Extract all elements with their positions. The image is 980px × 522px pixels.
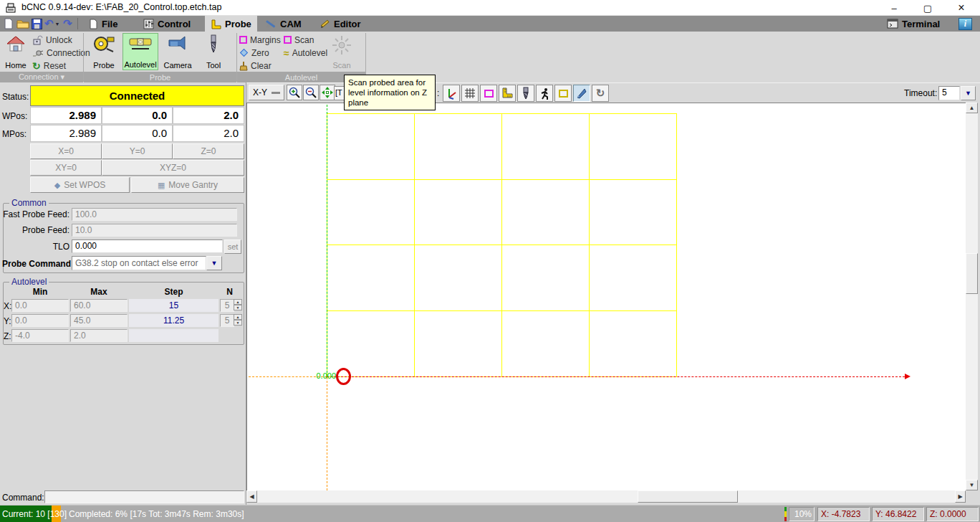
tab-file[interactable]: File [83, 16, 123, 32]
scroll-left-icon[interactable]: ◀ [246, 490, 257, 503]
fast-probe-feed-input[interactable]: 100.0 [72, 208, 237, 221]
undo-dropdown-icon[interactable]: ▼ [55, 22, 60, 27]
save-file-button[interactable] [32, 17, 42, 30]
scan-margins-button[interactable]: Scan [284, 34, 314, 46]
hidden-control-partial[interactable]: [T [334, 86, 345, 100]
show-margins-button[interactable] [480, 85, 497, 102]
spin-up-icon[interactable]: ▲ [234, 299, 242, 305]
status-connected-badge: Connected [30, 85, 244, 106]
draw-paint-button[interactable] [573, 85, 590, 102]
clear-button[interactable]: Clear [239, 60, 272, 72]
zoom-in-button[interactable] [287, 85, 302, 100]
tab-editor[interactable]: Editor [314, 16, 367, 32]
gcode-canvas[interactable]: 0.000 [246, 103, 966, 490]
z-max-input[interactable]: 2.0 [70, 329, 128, 342]
show-rapids-button[interactable] [536, 85, 553, 102]
margins-button[interactable]: Margins [239, 34, 281, 46]
set-wpos-button[interactable]: ◆ Set WPOS [30, 177, 130, 193]
scan-big-button[interactable]: Scan [324, 33, 360, 70]
show-axes-button[interactable] [443, 85, 460, 102]
zero-button[interactable]: Zero [239, 47, 269, 59]
spin-up-icon[interactable]: ▲ [234, 314, 242, 320]
tlo-input[interactable]: 0.000 [72, 239, 223, 253]
refresh-button[interactable]: ↻ [592, 85, 609, 102]
info-button[interactable]: i [959, 18, 972, 30]
spin-down-icon[interactable]: ▼ [234, 305, 242, 310]
home-button[interactable]: Home [1, 33, 30, 70]
command-input[interactable] [44, 490, 244, 503]
minimize-button[interactable]: – [883, 0, 905, 16]
toolbar-separator [77, 18, 78, 29]
ruler-icon [501, 87, 513, 99]
tab-cam[interactable]: CAM [259, 16, 307, 32]
show-workarea-button[interactable] [554, 85, 572, 102]
y-max-input[interactable]: 45.0 [70, 314, 128, 327]
tab-control[interactable]: Control [138, 16, 196, 32]
terminal-toggle[interactable]: Terminal [881, 16, 946, 32]
tab-probe[interactable]: Probe [205, 16, 257, 32]
probe-command-dropdown[interactable]: ▼ [206, 256, 222, 270]
show-probe-button[interactable] [499, 85, 516, 102]
open-file-button[interactable] [16, 17, 29, 30]
control-tab-icon [143, 19, 154, 29]
fit-to-screen-button[interactable] [320, 85, 335, 100]
file-tab-icon [89, 19, 98, 29]
x-n-spinner[interactable]: ▲▼ [234, 299, 242, 312]
z-min-input[interactable]: -4.0 [11, 329, 69, 342]
x-min-input[interactable]: 0.0 [11, 299, 69, 312]
reset-button[interactable]: ↻ Reset [32, 60, 66, 72]
scroll-up-icon[interactable]: ▲ [966, 103, 978, 113]
maximize-button[interactable]: ▢ [917, 0, 938, 16]
undo-button[interactable]: ↶▼ [44, 17, 60, 30]
show-grid-button[interactable] [461, 85, 479, 102]
app-icon [5, 2, 16, 16]
home-icon [6, 34, 26, 53]
spin-down-icon[interactable]: ▼ [234, 320, 242, 326]
x-axis-line [327, 376, 905, 377]
y-n-input[interactable]: 5 [220, 314, 234, 327]
new-file-button[interactable] [4, 17, 14, 30]
x-n-input[interactable]: 5 [220, 299, 234, 312]
wpos-y[interactable]: 0.0 [102, 107, 173, 124]
hscrollbar-thumb[interactable] [638, 490, 738, 503]
probe-button[interactable]: Probe [87, 33, 120, 70]
zero-xyz-button[interactable]: XYZ=0 [102, 160, 244, 176]
tool-button[interactable]: Tool [198, 33, 229, 70]
scroll-right-icon[interactable]: ▶ [955, 490, 966, 503]
show-paths-button[interactable] [517, 85, 534, 102]
zero-xy-button[interactable]: XY=0 [30, 160, 102, 176]
scroll-down-icon[interactable]: ▼ [966, 480, 978, 490]
zero-x-button[interactable]: X=0 [30, 143, 102, 159]
redo-button[interactable]: ↷ [63, 17, 72, 30]
autolevel-small-button[interactable]: ≈ Autolevel [284, 47, 327, 59]
grid-line [589, 113, 590, 377]
timeout-input[interactable]: 5 [938, 86, 960, 100]
wpos-z[interactable]: 2.0 [173, 107, 244, 124]
connection-group-caption[interactable]: Connection ▾ [0, 72, 83, 82]
zero-z-button[interactable]: Z=0 [173, 143, 244, 159]
connection-button[interactable]: Connection [32, 47, 90, 59]
close-button[interactable]: × [951, 0, 972, 16]
canvas-hscrollbar[interactable]: ◀ ▶ [246, 490, 966, 503]
probe-command-combobox[interactable]: G38.2 stop on contact else error [72, 256, 206, 270]
autolevel-button[interactable]: Autolevel [123, 33, 158, 70]
move-gantry-button[interactable]: ▦ Move Gantry [131, 177, 244, 193]
probe-feed-input[interactable]: 10.0 [72, 224, 237, 237]
vscrollbar-thumb[interactable] [966, 253, 978, 294]
zero-y-button[interactable]: Y=0 [102, 143, 173, 159]
canvas-vscrollbar[interactable]: ▲ ▼ [966, 103, 978, 490]
y-min-input[interactable]: 0.0 [11, 314, 69, 327]
bcnc-window: bCNC 0.9.14-dev: E:\FAB_20_Control.top.e… [0, 0, 980, 522]
title-bar: bCNC 0.9.14-dev: E:\FAB_20_Control.top.e… [0, 0, 980, 16]
tlo-set-button[interactable]: set [224, 239, 241, 254]
timeout-dropdown[interactable]: ▼ [961, 86, 976, 100]
mpos-y: 0.0 [102, 125, 173, 142]
view-select-button[interactable]: X-Y [249, 85, 284, 100]
unlock-button[interactable]: Unlock [32, 34, 72, 46]
y-n-spinner[interactable]: ▲▼ [234, 314, 242, 327]
camera-button[interactable]: Camera [160, 33, 195, 70]
x-max-input[interactable]: 60.0 [70, 299, 128, 312]
scrollbar-corner [966, 490, 980, 505]
zoom-out-button[interactable] [303, 85, 319, 100]
wpos-x[interactable]: 2.989 [30, 107, 102, 124]
